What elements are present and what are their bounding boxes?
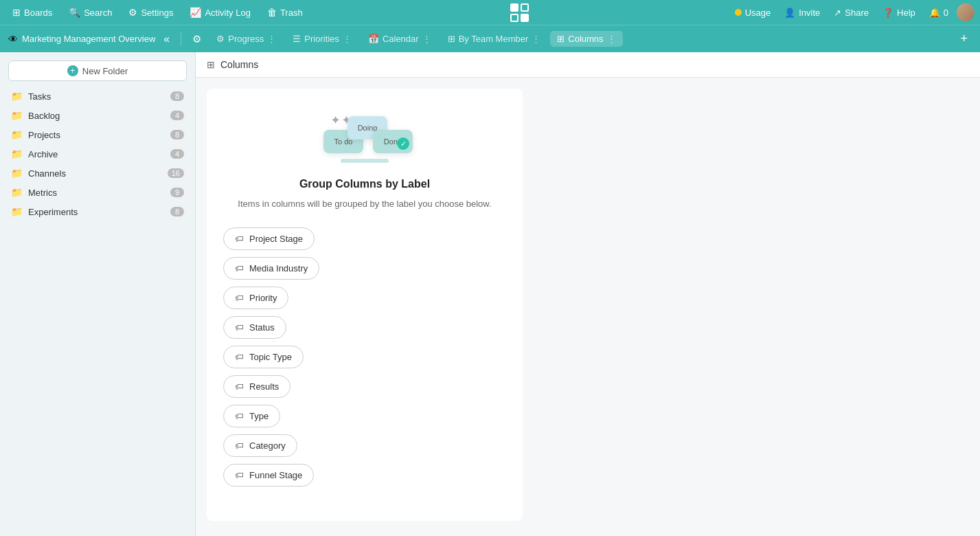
- label-media-industry[interactable]: 🏷 Media Industry: [223, 257, 319, 280]
- tag-icon: 🏷: [235, 263, 244, 273]
- content-header: ⊞ Columns: [196, 52, 980, 78]
- invite-icon: 👤: [784, 8, 795, 18]
- sidebar-item-archive[interactable]: 📁 Archive 4: [0, 144, 195, 164]
- tab-calendar[interactable]: 📅 Calendar ⋮: [361, 31, 438, 47]
- columns-header-icon: ⊞: [207, 59, 215, 70]
- boards-icon: ⊞: [12, 7, 21, 18]
- label-category[interactable]: 🏷 Category: [223, 434, 297, 457]
- tag-icon: 🏷: [235, 470, 244, 480]
- collapse-sidebar-button[interactable]: «: [159, 32, 174, 47]
- activity-log-button[interactable]: 📈 Activity Log: [183, 4, 257, 21]
- illustration: ✦ ✦ To do Doing Done ✓: [223, 109, 506, 164]
- search-icon: 🔍: [69, 7, 80, 18]
- label-funnel-stage[interactable]: 🏷 Funnel Stage: [223, 464, 314, 487]
- tab-progress[interactable]: ⚙ Progress ⋮: [209, 31, 283, 47]
- settings-icon: ⚙: [128, 7, 137, 18]
- boards-button[interactable]: ⊞ Boards: [5, 4, 59, 21]
- bar-decoration: [341, 159, 389, 163]
- group-columns-description: Items in columns will be grouped by the …: [223, 197, 506, 211]
- tab-columns[interactable]: ⊞ Columns ⋮: [550, 31, 622, 47]
- search-button[interactable]: 🔍 Search: [62, 4, 119, 21]
- tag-icon: 🏷: [235, 411, 244, 421]
- sidebar: + New Folder 📁 Tasks 8 📁 Backlog 4 📁 Pro…: [0, 52, 196, 536]
- divider: [181, 32, 181, 46]
- usage-button[interactable]: Usage: [729, 5, 777, 20]
- bell-icon: 🔔: [929, 8, 940, 18]
- share-icon: ↗: [834, 8, 841, 18]
- tag-icon: 🏷: [235, 234, 244, 244]
- illus-container: ✦ ✦ To do Doing Done ✓: [317, 109, 413, 164]
- view-tabs: ⚙ Progress ⋮ ☰ Priorities ⋮ 📅 Calendar ⋮…: [209, 31, 952, 47]
- columns-panel: ✦ ✦ To do Doing Done ✓: [207, 89, 523, 521]
- settings-button[interactable]: ⚙ Settings: [122, 4, 180, 21]
- trash-icon: 🗑: [267, 7, 277, 18]
- usage-dot: [735, 9, 742, 16]
- label-status[interactable]: 🏷 Status: [223, 316, 286, 339]
- folder-icon: 📁: [11, 206, 23, 217]
- logo-area: [312, 3, 727, 22]
- folder-icon: 📁: [11, 148, 23, 159]
- label-topic-type[interactable]: 🏷 Topic Type: [223, 346, 304, 368]
- label-results[interactable]: 🏷 Results: [223, 375, 290, 398]
- folder-icon: 📁: [11, 129, 23, 140]
- trash-button[interactable]: 🗑 Trash: [260, 4, 310, 21]
- add-view-button[interactable]: +: [956, 30, 972, 47]
- tab-priorities[interactable]: ☰ Priorities ⋮: [286, 31, 358, 47]
- check-icon: ✓: [397, 137, 409, 150]
- group-columns-title: Group Columns by Label: [223, 178, 506, 190]
- nav-right: Usage 👤 Invite ↗ Share ❓ Help 🔔 0: [729, 3, 975, 21]
- label-type[interactable]: 🏷 Type: [223, 405, 280, 427]
- folder-icon: 📁: [11, 91, 23, 102]
- progress-icon: ⚙: [216, 34, 225, 44]
- top-nav: ⊞ Boards 🔍 Search ⚙ Settings 📈 Activity …: [0, 0, 980, 25]
- tag-icon: 🏷: [235, 293, 244, 303]
- team-icon: ⊞: [448, 34, 455, 44]
- sidebar-item-experiments[interactable]: 📁 Experiments 8: [0, 202, 195, 221]
- tag-icon: 🏷: [235, 352, 244, 362]
- main-layout: + New Folder 📁 Tasks 8 📁 Backlog 4 📁 Pro…: [0, 52, 980, 536]
- avatar[interactable]: [957, 3, 975, 21]
- help-button[interactable]: ❓ Help: [877, 5, 921, 20]
- tab-by-team-member[interactable]: ⊞ By Team Member ⋮: [441, 31, 548, 47]
- invite-button[interactable]: 👤 Invite: [779, 5, 825, 20]
- notifications-button[interactable]: 🔔 0: [924, 5, 954, 20]
- sidebar-item-metrics[interactable]: 📁 Metrics 9: [0, 183, 195, 202]
- folder-icon: 📁: [11, 110, 23, 121]
- board-settings-button[interactable]: ⚙: [188, 31, 205, 47]
- priorities-icon: ☰: [293, 34, 301, 44]
- label-priority[interactable]: 🏷 Priority: [223, 287, 288, 309]
- sidebar-item-backlog[interactable]: 📁 Backlog 4: [0, 106, 195, 125]
- new-folder-button[interactable]: + New Folder: [8, 60, 187, 81]
- sidebar-item-projects[interactable]: 📁 Projects 8: [0, 125, 195, 144]
- sidebar-item-channels[interactable]: 📁 Channels 16: [0, 164, 195, 183]
- content-header-title: Columns: [220, 59, 258, 70]
- share-button[interactable]: ↗ Share: [828, 5, 874, 20]
- tag-icon: 🏷: [235, 440, 244, 451]
- visibility-icon: 👁: [8, 34, 18, 45]
- app-logo: [510, 3, 529, 22]
- help-icon: ❓: [882, 8, 893, 18]
- columns-tab-icon: ⊞: [557, 34, 565, 44]
- content-body: ✦ ✦ To do Doing Done ✓: [196, 78, 980, 536]
- activity-icon: 📈: [190, 7, 201, 18]
- tag-icon: 🏷: [235, 381, 244, 392]
- label-project-stage[interactable]: 🏷 Project Stage: [223, 227, 315, 250]
- card-done: Done ✓: [373, 130, 413, 153]
- folder-icon: 📁: [11, 168, 23, 179]
- board-title: Marketing Management Overview: [22, 34, 155, 44]
- sub-nav: 👁 Marketing Management Overview « ⚙ ⚙ Pr…: [0, 25, 980, 52]
- content-area: ⊞ Columns ✦ ✦ To do Doing D: [196, 52, 980, 536]
- tag-icon: 🏷: [235, 322, 244, 333]
- sidebar-item-tasks[interactable]: 📁 Tasks 8: [0, 87, 195, 106]
- calendar-icon: 📅: [368, 34, 379, 44]
- plus-circle-icon: +: [67, 65, 78, 76]
- folder-icon: 📁: [11, 187, 23, 198]
